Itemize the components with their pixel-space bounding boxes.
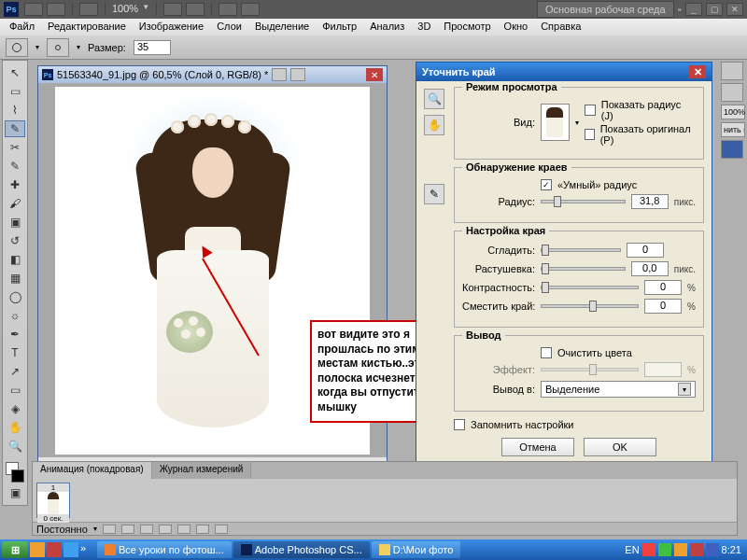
tray-icon[interactable] — [658, 543, 671, 556]
document-titlebar[interactable]: Ps 51563340_91.jpg @ 60,5% (Слой 0, RGB/… — [38, 66, 387, 83]
panel-icon[interactable] — [721, 83, 743, 102]
chevron-down-icon[interactable]: ▾ — [575, 119, 579, 127]
zoom-tool-icon[interactable]: 🔍 — [5, 438, 25, 455]
contrast-slider[interactable] — [541, 286, 639, 289]
arrange-icon[interactable] — [218, 3, 237, 16]
refine-brush-icon[interactable]: ✎ — [424, 184, 444, 204]
hand-icon[interactable] — [163, 3, 182, 16]
menu-3d[interactable]: 3D — [412, 19, 436, 35]
screenmode-icon[interactable] — [241, 3, 260, 16]
lang-indicator[interactable]: EN — [625, 544, 639, 555]
show-radius-checkbox[interactable] — [585, 105, 596, 116]
close-button[interactable]: ✕ — [726, 3, 743, 16]
chevron-right-icon[interactable]: » — [678, 6, 682, 14]
animation-frame[interactable]: 1 0 сек. — [36, 483, 70, 518]
marquee-tool-icon[interactable]: ▭ — [5, 83, 25, 100]
menu-filter[interactable]: Фильтр — [317, 19, 362, 35]
blur-tool-icon[interactable]: ◯ — [5, 288, 25, 305]
decontaminate-checkbox[interactable] — [541, 347, 552, 358]
menu-help[interactable]: Справка — [535, 19, 586, 35]
hand-tool-icon[interactable]: ✋ — [5, 419, 25, 436]
ql-icon[interactable] — [30, 542, 45, 557]
rotate-icon[interactable] — [186, 3, 204, 16]
feather-slider[interactable] — [541, 267, 626, 271]
workspace-selector[interactable]: Основная рабочая среда — [537, 1, 674, 18]
doc-minimize-button[interactable] — [272, 68, 287, 81]
docview-icon[interactable] — [79, 3, 98, 16]
zoom-tool-icon[interactable]: 🔍 — [424, 89, 444, 109]
3d-tool-icon[interactable]: ◈ — [5, 400, 25, 417]
type-tool-icon[interactable]: T — [5, 344, 25, 361]
brush-tool-icon[interactable] — [6, 38, 28, 57]
dodge-tool-icon[interactable]: ☼ — [5, 307, 25, 324]
output-to-select[interactable]: Выделение▾ — [541, 381, 696, 398]
hand-tool-icon[interactable]: ✋ — [424, 115, 444, 135]
contrast-value[interactable]: 0 — [644, 280, 682, 295]
next-frame-icon[interactable] — [159, 525, 172, 534]
brush-preset-icon[interactable] — [47, 38, 69, 57]
minimize-button[interactable]: _ — [685, 3, 702, 16]
chevron-down-icon[interactable]: ▾ — [35, 43, 39, 51]
delete-frame-icon[interactable] — [215, 525, 228, 534]
lasso-tool-icon[interactable]: ⌇ — [5, 102, 25, 119]
crop-tool-icon[interactable]: ✂ — [5, 139, 25, 156]
smooth-slider[interactable] — [541, 248, 621, 252]
chevron-down-icon[interactable]: ▾ — [678, 383, 691, 396]
chevron-down-icon[interactable]: ▾ — [77, 43, 80, 51]
ok-button[interactable]: OK — [584, 438, 656, 456]
taskbar-button[interactable]: Все уроки по фотош... — [97, 541, 232, 558]
path-tool-icon[interactable]: ↗ — [5, 363, 25, 380]
remember-checkbox[interactable] — [454, 419, 465, 430]
minibridge-icon[interactable] — [47, 3, 65, 16]
eyedropper-tool-icon[interactable]: ✎ — [5, 158, 25, 175]
clock[interactable]: 8:21 — [722, 544, 741, 555]
panel-collapse-icon[interactable] — [721, 62, 743, 80]
smart-radius-checkbox[interactable]: ✓ — [541, 179, 552, 190]
move-tool-icon[interactable]: ↖ — [5, 64, 25, 81]
brush-tool-icon[interactable]: 🖌 — [5, 195, 25, 212]
background-swatch[interactable] — [11, 469, 24, 483]
show-original-checkbox[interactable] — [585, 129, 595, 140]
tray-icon[interactable] — [642, 543, 655, 556]
history-brush-icon[interactable]: ↺ — [5, 232, 25, 249]
shift-value[interactable]: 0 — [644, 299, 682, 314]
menu-select[interactable]: Выделение — [249, 19, 315, 35]
taskbar-button[interactable]: Adobe Photoshop CS... — [233, 541, 370, 558]
stamp-tool-icon[interactable]: ▣ — [5, 214, 25, 231]
pen-tool-icon[interactable]: ✒ — [5, 326, 25, 343]
start-button[interactable]: ⊞ — [2, 541, 28, 558]
doc-maximize-button[interactable] — [290, 68, 305, 81]
dialog-close-button[interactable]: ✕ — [689, 65, 706, 78]
first-frame-icon[interactable] — [103, 525, 116, 534]
chevron-down-icon[interactable]: ▼ — [142, 3, 149, 16]
quickmask-icon[interactable]: ▣ — [5, 484, 25, 501]
view-preview[interactable] — [541, 104, 570, 141]
tray-icon[interactable] — [674, 543, 687, 556]
menu-window[interactable]: Окно — [499, 19, 534, 35]
tab-measurements[interactable]: Журнал измерений — [152, 462, 252, 479]
cancel-button[interactable]: Отмена — [501, 438, 574, 456]
zoom-level[interactable]: 100% — [112, 3, 138, 16]
menu-view[interactable]: Просмотр — [438, 19, 496, 35]
tab-animation[interactable]: Анимация (покадровая) — [33, 462, 152, 479]
menu-layer[interactable]: Слои — [211, 19, 247, 35]
radius-value[interactable]: 31,8 — [631, 194, 669, 209]
ql-icon[interactable] — [47, 542, 62, 557]
menu-analysis[interactable]: Анализ — [364, 19, 410, 35]
gradient-tool-icon[interactable]: ▦ — [5, 270, 25, 287]
maximize-button[interactable]: ▢ — [706, 3, 723, 16]
brush-size-input[interactable]: 35 — [134, 40, 171, 55]
tray-icon[interactable] — [706, 543, 719, 556]
menu-image[interactable]: Изображение — [134, 19, 209, 35]
new-frame-icon[interactable] — [196, 525, 209, 534]
shape-tool-icon[interactable]: ▭ — [5, 382, 25, 399]
bridge-icon[interactable] — [24, 3, 43, 16]
tray-icon[interactable] — [690, 543, 703, 556]
loop-mode[interactable]: Постоянно — [36, 524, 88, 535]
tween-icon[interactable] — [177, 525, 190, 534]
frame-time[interactable]: 0 сек. — [37, 514, 69, 523]
radius-slider[interactable] — [541, 200, 626, 203]
healing-tool-icon[interactable]: ✚ — [5, 176, 25, 193]
menu-file[interactable]: Файл — [4, 19, 40, 35]
layer-thumb[interactable] — [721, 140, 743, 159]
